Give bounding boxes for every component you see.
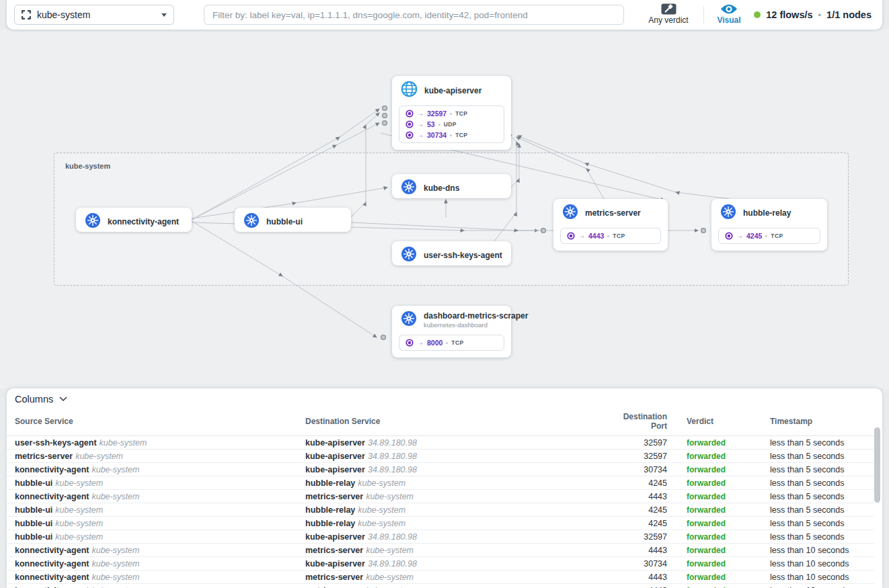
service-node-hubble-relay[interactable]: hubble-relay →4245TCP [711, 199, 827, 251]
destination-service: kube-apiserver [305, 465, 365, 474]
verdict-badge: forwarded [687, 465, 726, 474]
service-node-title: dashboard-metrics-scraper [424, 311, 528, 321]
port-protocol: UDP [444, 121, 457, 128]
service-node-metrics-server[interactable]: metrics-server →4443TCP [553, 199, 668, 251]
source-service: konnectivity-agent [15, 573, 89, 582]
kubernetes-icon [401, 310, 417, 327]
destination-service: metrics-server [305, 586, 363, 588]
flow-row[interactable]: hubble-uikube-system kube-apiserver34.89… [7, 530, 874, 544]
destination-port: 32597 [623, 450, 678, 463]
port-row[interactable]: →53UDP [399, 119, 504, 130]
port-row[interactable]: →32597TCP [399, 108, 504, 119]
port-number: 53 [427, 120, 435, 128]
destination-service: kube-apiserver [305, 452, 365, 461]
source-namespace: kube-system [55, 519, 103, 528]
verdict-badge: forwarded [687, 573, 726, 582]
service-node-konnectivity-agent[interactable]: konnectivity-agent [76, 208, 192, 232]
flow-row[interactable]: hubble-uikube-system hubble-relaykube-sy… [7, 476, 874, 490]
service-node-user-ssh-keys-agent[interactable]: user-ssh-keys-agent [392, 241, 511, 265]
flow-row[interactable]: konnectivity-agentkube-system kube-apise… [7, 557, 874, 571]
port-protocol: TCP [771, 233, 783, 239]
kubernetes-icon [562, 204, 578, 222]
port-icon [405, 131, 414, 139]
verdict-badge: forwarded [687, 452, 726, 461]
destination-service: kube-apiserver [305, 559, 365, 569]
nodes-count: 1/1 nodes [826, 9, 872, 20]
col-destination-port[interactable]: Destination Port [623, 409, 678, 436]
col-destination-service[interactable]: Destination Service [305, 409, 623, 436]
service-node-title: user-ssh-keys-agent [424, 251, 502, 260]
arrow-right-icon: → [417, 121, 424, 128]
flow-row[interactable]: konnectivity-agentkube-system metrics-se… [7, 544, 874, 557]
flow-row[interactable]: konnectivity-agentkube-system metrics-se… [7, 584, 874, 588]
timestamp: less than 5 seconds [762, 436, 874, 450]
verdict-badge: forwarded [687, 559, 726, 569]
flow-row[interactable]: konnectivity-agentkube-system kube-apise… [7, 463, 874, 476]
stats-separator: • [818, 10, 822, 20]
arrow-right-icon: → [417, 339, 424, 346]
col-verdict[interactable]: Verdict [678, 409, 762, 436]
visual-mode-button[interactable]: Visual [709, 3, 749, 25]
table-scrollbar[interactable] [874, 427, 880, 585]
col-timestamp[interactable]: Timestamp [762, 409, 874, 436]
flow-row[interactable]: metrics-serverkube-system kube-apiserver… [7, 450, 874, 463]
status-stats: 12 flows/s • 1/1 nodes [754, 0, 872, 30]
port-row[interactable]: →4245TCP [719, 230, 820, 241]
service-map[interactable]: kube-system kube-apiserver →32597TCP→53U… [0, 30, 889, 388]
verdict-badge: forwarded [687, 532, 726, 542]
source-namespace: kube-system [55, 532, 103, 542]
col-source-service[interactable]: Source Service [7, 409, 305, 436]
destination-meta: 34.89.180.98 [368, 559, 417, 569]
source-service: hubble-ui [15, 505, 52, 515]
scrollbar-thumb[interactable] [874, 427, 880, 503]
kubernetes-icon [243, 212, 260, 231]
destination-meta: kube-system [358, 519, 405, 528]
destination-service: kube-apiserver [305, 438, 365, 448]
source-namespace: kube-system [91, 465, 139, 474]
source-namespace: kube-system [55, 478, 103, 488]
port-number: 8000 [427, 339, 442, 347]
destination-meta: kube-system [358, 505, 405, 515]
service-node-title: hubble-relay [743, 208, 791, 218]
destination-port: 4245 [623, 476, 678, 490]
service-node-hubble-ui[interactable]: hubble-ui [235, 208, 351, 232]
port-list: →32597TCP→53UDP→30734TCP [399, 106, 504, 143]
flow-row[interactable]: konnectivity-agentkube-system metrics-se… [7, 490, 874, 503]
kubernetes-icon [720, 204, 736, 222]
namespace-value: kube-system [37, 9, 155, 20]
source-service: hubble-ui [15, 532, 52, 542]
flow-filter-input[interactable] [204, 5, 624, 25]
arrow-right-icon: → [417, 132, 424, 138]
port-number: 4245 [746, 232, 762, 240]
flows-table: Source Service Destination Service Desti… [7, 409, 874, 588]
arrow-right-icon: → [736, 233, 743, 239]
service-node-title: kube-dns [424, 183, 459, 193]
destination-meta: kube-system [366, 573, 414, 582]
port-row[interactable]: →8000TCP [399, 337, 504, 348]
verdict-badge: forwarded [687, 586, 726, 588]
columns-toggle[interactable]: Columns [7, 388, 882, 409]
flow-row[interactable]: hubble-uikube-system hubble-relaykube-sy… [7, 517, 874, 530]
destination-port: 4245 [623, 503, 678, 517]
destination-meta: 34.89.180.98 [368, 465, 417, 474]
flow-row[interactable]: konnectivity-agentkube-system metrics-se… [7, 571, 874, 584]
service-node-dashboard-metrics-scraper[interactable]: dashboard-metrics-scraper kubernetes-das… [392, 306, 511, 358]
service-node-title: kube-apiserver [424, 86, 481, 95]
port-list: →4443TCP [560, 228, 661, 244]
destination-port: 4443 [623, 490, 678, 503]
service-node-kube-apiserver[interactable]: kube-apiserver →32597TCP→53UDP→30734TCP [392, 76, 511, 150]
port-protocol: TCP [451, 339, 463, 346]
port-list: →4245TCP [718, 228, 820, 244]
port-row[interactable]: →4443TCP [561, 230, 660, 241]
service-node-kube-dns[interactable]: kube-dns [392, 174, 511, 198]
verdict-filter-button[interactable]: Any verdict [637, 3, 699, 25]
timestamp: less than 5 seconds [762, 476, 874, 490]
port-row[interactable]: →30734TCP [399, 130, 504, 140]
flow-row[interactable]: user-ssh-keys-agentkube-system kube-apis… [7, 436, 874, 450]
dot-separator-icon [450, 113, 452, 115]
globe-icon [401, 81, 418, 97]
gavel-icon [661, 3, 677, 15]
namespace-select[interactable]: kube-system [14, 5, 174, 25]
port-icon [725, 232, 733, 240]
flow-row[interactable]: hubble-uikube-system hubble-relaykube-sy… [7, 503, 874, 517]
